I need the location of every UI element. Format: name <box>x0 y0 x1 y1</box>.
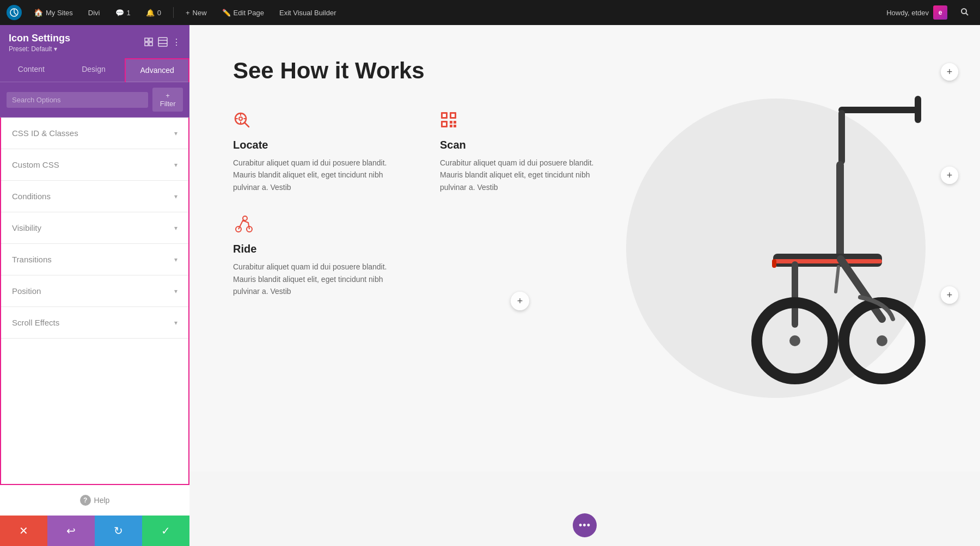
admin-exit-builder[interactable]: Exit Visual Builder <box>276 7 340 19</box>
chevron-down-icon: ▾ <box>174 256 177 263</box>
svg-rect-33 <box>836 161 844 259</box>
scan-title: Scan <box>440 139 614 151</box>
locate-text: Curabitur aliquet quam id dui posuere bl… <box>233 157 407 193</box>
svg-point-39 <box>877 335 887 346</box>
panel-search-bar: + Filter <box>0 82 189 118</box>
page-canvas: See How it Works <box>189 25 980 546</box>
bell-icon: 🔔 <box>146 9 155 17</box>
page-section: See How it Works <box>189 25 980 546</box>
panel-header-actions: ⋮ <box>144 37 181 49</box>
accordion-scroll-effects-header[interactable]: Scroll Effects ▾ <box>1 307 188 338</box>
feature-scan: Scan Curabitur aliquet quam id dui posue… <box>440 111 614 193</box>
ride-title: Ride <box>233 243 407 255</box>
svg-rect-31 <box>915 96 921 123</box>
admin-new[interactable]: + New <box>182 7 210 19</box>
svg-rect-32 <box>838 110 845 164</box>
accordion-scroll-effects: Scroll Effects ▾ <box>1 307 188 339</box>
features-grid: Locate Curabitur aliquet quam id dui pos… <box>233 111 614 297</box>
panel-tabs: Content Design Advanced <box>0 58 189 82</box>
comment-icon: 💬 <box>115 9 124 17</box>
svg-rect-4 <box>149 38 152 41</box>
accordion-conditions: Conditions ▾ <box>1 181 188 212</box>
more-options-icon[interactable]: ⋮ <box>172 37 181 49</box>
svg-rect-25 <box>450 125 452 127</box>
admin-my-sites[interactable]: 🏠 My Sites <box>30 6 76 19</box>
save-button[interactable]: ✓ <box>142 516 189 546</box>
accordion-visibility-header[interactable]: Visibility ▾ <box>1 212 188 243</box>
accordion-css-id: CSS ID & Classes ▾ <box>1 118 188 149</box>
svg-rect-21 <box>451 114 455 117</box>
accordion-position-header[interactable]: Position ▾ <box>1 275 188 306</box>
admin-howdy: Howdy, etdev e <box>886 5 947 20</box>
panel-title: Icon Settings <box>9 33 70 44</box>
svg-point-41 <box>789 335 800 346</box>
svg-point-12 <box>239 117 242 120</box>
accordion-conditions-header[interactable]: Conditions ▾ <box>1 181 188 212</box>
scooter-illustration <box>730 79 947 406</box>
tab-design[interactable]: Design <box>63 58 125 82</box>
section-title: See How it Works <box>233 58 614 84</box>
cancel-button[interactable]: ✕ <box>0 516 47 546</box>
admin-edit-page[interactable]: ✏️ Edit Page <box>219 7 267 19</box>
svg-line-43 <box>836 267 838 292</box>
wp-admin-bar: 🏠 My Sites Divi 💬 1 🔔 0 + New ✏️ Edit Pa… <box>0 0 980 25</box>
accordion-transitions: Transitions ▾ <box>1 244 188 275</box>
add-module-top-button[interactable]: + <box>941 63 958 81</box>
filter-button[interactable]: + Filter <box>152 88 183 112</box>
chevron-down-icon: ▾ <box>174 319 177 327</box>
accordion-position: Position ▾ <box>1 275 188 307</box>
svg-point-1 <box>961 9 966 14</box>
tab-content[interactable]: Content <box>0 58 63 82</box>
divider <box>173 7 174 18</box>
svg-rect-5 <box>145 42 148 46</box>
admin-notifications[interactable]: 🔔 0 <box>143 7 164 19</box>
ride-text: Curabitur aliquet quam id dui posuere bl… <box>233 261 407 297</box>
accordion-transitions-header[interactable]: Transitions ▾ <box>1 244 188 275</box>
admin-divi[interactable]: Divi <box>85 7 103 19</box>
scooter-area: + + + <box>730 69 947 422</box>
panel-preset[interactable]: Preset: Default ▾ <box>9 45 70 53</box>
admin-search-button[interactable] <box>956 5 973 20</box>
accordion-custom-css-header[interactable]: Custom CSS ▾ <box>1 149 188 180</box>
chevron-down-icon: ▾ <box>54 45 57 53</box>
chevron-down-icon: ▾ <box>174 193 177 200</box>
my-sites-icon: 🏠 <box>34 8 43 17</box>
layout-icon[interactable] <box>144 37 154 49</box>
svg-rect-3 <box>145 38 148 41</box>
feature-locate: Locate Curabitur aliquet quam id dui pos… <box>233 111 407 193</box>
panel-help-section: ? Help <box>0 485 189 516</box>
svg-rect-24 <box>454 121 456 124</box>
chevron-down-icon: ▾ <box>174 224 177 232</box>
svg-rect-30 <box>838 107 920 113</box>
svg-rect-26 <box>454 125 456 127</box>
bottom-dots-menu[interactable]: ••• <box>573 513 597 537</box>
settings-accordion: CSS ID & Classes ▾ Custom CSS ▾ Conditio… <box>0 118 189 485</box>
svg-rect-7 <box>158 38 167 46</box>
svg-rect-20 <box>443 114 446 117</box>
admin-comments[interactable]: 💬 1 <box>112 7 134 19</box>
user-avatar[interactable]: e <box>933 5 947 20</box>
redo-button[interactable]: ↻ <box>95 516 142 546</box>
svg-rect-42 <box>772 259 776 268</box>
accordion-visibility: Visibility ▾ <box>1 212 188 244</box>
panel-bottom-bar: ✕ ↩ ↻ ✓ <box>0 516 189 546</box>
feature-ride: Ride Curabitur aliquet quam id dui posue… <box>233 215 407 297</box>
scan-icon <box>440 111 614 132</box>
accordion-css-id-header[interactable]: CSS ID & Classes ▾ <box>1 118 188 149</box>
svg-rect-22 <box>443 122 446 126</box>
svg-line-2 <box>966 13 968 15</box>
undo-button[interactable]: ↩ <box>47 516 95 546</box>
tab-advanced[interactable]: Advanced <box>125 58 189 82</box>
wp-logo-icon[interactable] <box>7 5 22 20</box>
locate-title: Locate <box>233 139 407 151</box>
section-content: See How it Works <box>233 58 614 297</box>
pencil-icon: ✏️ <box>222 9 231 17</box>
panel-header: Icon Settings Preset: Default ▾ ⋮ <box>0 25 189 58</box>
grid-icon[interactable] <box>158 37 168 49</box>
help-link[interactable]: ? Help <box>80 495 110 506</box>
chevron-down-icon: ▾ <box>174 130 177 137</box>
how-it-works-section: See How it Works <box>189 25 980 471</box>
search-options-input[interactable] <box>7 92 148 108</box>
add-row-center-button[interactable]: + <box>511 292 529 310</box>
plus-icon: + <box>186 9 190 17</box>
